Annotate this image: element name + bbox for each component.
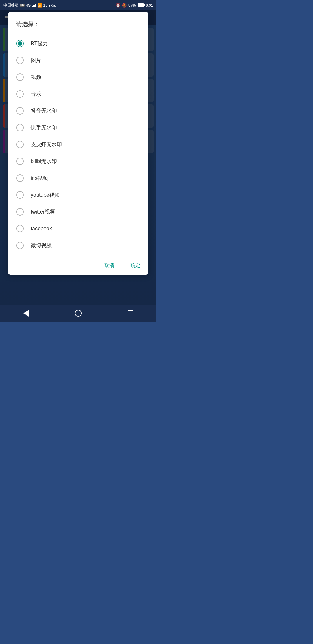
radio-label-kuaishou: 快手无水印 bbox=[31, 124, 57, 131]
home-icon bbox=[75, 310, 82, 317]
alarm-icon: ⏰ bbox=[116, 3, 120, 8]
radio-circle-douyin[interactable] bbox=[16, 107, 24, 115]
radio-item-ins[interactable]: ins视频 bbox=[16, 170, 140, 187]
radio-label-youtube: youtube视频 bbox=[31, 191, 60, 198]
radio-circle-facebook[interactable] bbox=[16, 225, 24, 232]
hd-badge: HD bbox=[20, 4, 25, 7]
radio-item-bilibili[interactable]: bilibi无水印 bbox=[16, 153, 140, 170]
radio-label-bilibili: bilibi无水印 bbox=[31, 158, 57, 165]
cancel-button[interactable]: 取消 bbox=[102, 261, 117, 270]
radio-item-twitter[interactable]: twitter视频 bbox=[16, 203, 140, 220]
radio-circle-bilibili[interactable] bbox=[16, 158, 24, 165]
speed-label: 16.8K/s bbox=[43, 3, 56, 8]
radio-label-weibo: 微博视频 bbox=[31, 242, 52, 249]
radio-item-douyin[interactable]: 抖音无水印 bbox=[16, 102, 140, 119]
radio-item-facebook[interactable]: facebook bbox=[16, 220, 140, 237]
dialog-title: 请选择： bbox=[16, 20, 140, 28]
network-label: 4G bbox=[26, 3, 31, 8]
home-button[interactable] bbox=[71, 307, 85, 319]
dialog-footer: 取消 确定 bbox=[8, 256, 148, 275]
status-right: ⏰ 🔕 97% 6:01 bbox=[116, 3, 153, 8]
radio-item-bt[interactable]: BT磁力 bbox=[16, 35, 140, 52]
battery-icon bbox=[138, 3, 144, 7]
nav-bar bbox=[0, 305, 156, 322]
radio-circle-twitter[interactable] bbox=[16, 208, 24, 216]
time-label: 6:01 bbox=[146, 3, 153, 8]
recents-icon bbox=[128, 310, 133, 316]
wifi-icon: 📶 bbox=[37, 3, 42, 8]
radio-circle-pipixia[interactable] bbox=[16, 141, 24, 148]
radio-item-weibo[interactable]: 微博视频 bbox=[16, 237, 140, 254]
back-button[interactable] bbox=[19, 307, 33, 319]
radio-label-facebook: facebook bbox=[31, 226, 52, 232]
radio-label-twitter: twitter视频 bbox=[31, 208, 55, 215]
radio-item-music[interactable]: 音乐 bbox=[16, 86, 140, 102]
radio-item-youtube[interactable]: youtube视频 bbox=[16, 187, 140, 203]
radio-label-bt: BT磁力 bbox=[31, 40, 48, 47]
radio-label-music: 音乐 bbox=[31, 91, 41, 97]
radio-label-douyin: 抖音无水印 bbox=[31, 107, 57, 114]
radio-circle-music[interactable] bbox=[16, 90, 24, 98]
radio-circle-video[interactable] bbox=[16, 73, 24, 81]
radio-item-image[interactable]: 图片 bbox=[16, 52, 140, 69]
radio-circle-ins[interactable] bbox=[16, 174, 24, 182]
signal-icon bbox=[32, 3, 36, 7]
radio-circle-weibo[interactable] bbox=[16, 242, 24, 249]
radio-label-video: 视频 bbox=[31, 74, 41, 81]
status-bar: 中国移动 HD 4G 📶 16.8K/s ⏰ 🔕 97% 6:01 bbox=[0, 0, 156, 10]
radio-item-kuaishou[interactable]: 快手无水印 bbox=[16, 119, 140, 136]
recents-button[interactable] bbox=[123, 307, 138, 319]
radio-item-pipixia[interactable]: 皮皮虾无水印 bbox=[16, 136, 140, 153]
radio-item-video[interactable]: 视频 bbox=[16, 69, 140, 86]
radio-circle-youtube[interactable] bbox=[16, 191, 24, 199]
mute-icon: 🔕 bbox=[122, 3, 127, 8]
radio-circle-image[interactable] bbox=[16, 57, 24, 64]
dialog: 请选择： BT磁力 图片 视频 音乐 抖音无水印 bbox=[8, 12, 148, 275]
status-left: 中国移动 HD 4G 📶 16.8K/s bbox=[3, 3, 56, 8]
dialog-content: 请选择： BT磁力 图片 视频 音乐 抖音无水印 bbox=[8, 12, 148, 254]
confirm-button[interactable]: 确定 bbox=[128, 261, 143, 270]
radio-label-image: 图片 bbox=[31, 57, 41, 64]
radio-label-ins: ins视频 bbox=[31, 175, 48, 182]
radio-circle-bt[interactable] bbox=[16, 40, 24, 47]
radio-circle-kuaishou[interactable] bbox=[16, 124, 24, 131]
battery-pct: 97% bbox=[128, 3, 136, 8]
carrier-label: 中国移动 bbox=[3, 3, 19, 8]
radio-label-pipixia: 皮皮虾无水印 bbox=[31, 141, 62, 148]
back-icon bbox=[23, 310, 29, 317]
radio-list: BT磁力 图片 视频 音乐 抖音无水印 快手无水印 bbox=[16, 35, 140, 254]
